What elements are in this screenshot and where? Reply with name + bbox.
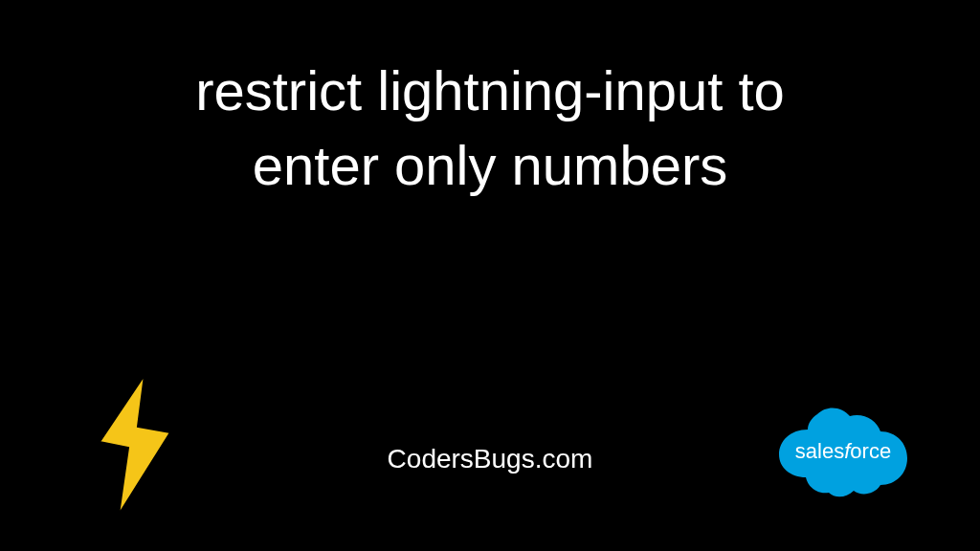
- lightning-bolt-icon: [82, 373, 188, 517]
- salesforce-text: salesforce: [795, 439, 891, 463]
- title-line-1: restrict lightning-input to: [195, 59, 785, 121]
- title-line-2: enter only numbers: [253, 134, 727, 196]
- main-title: restrict lightning-input to enter only n…: [0, 54, 980, 204]
- svg-text:salesforce: salesforce: [795, 439, 891, 463]
- salesforce-logo-icon: salesforce: [771, 401, 915, 501]
